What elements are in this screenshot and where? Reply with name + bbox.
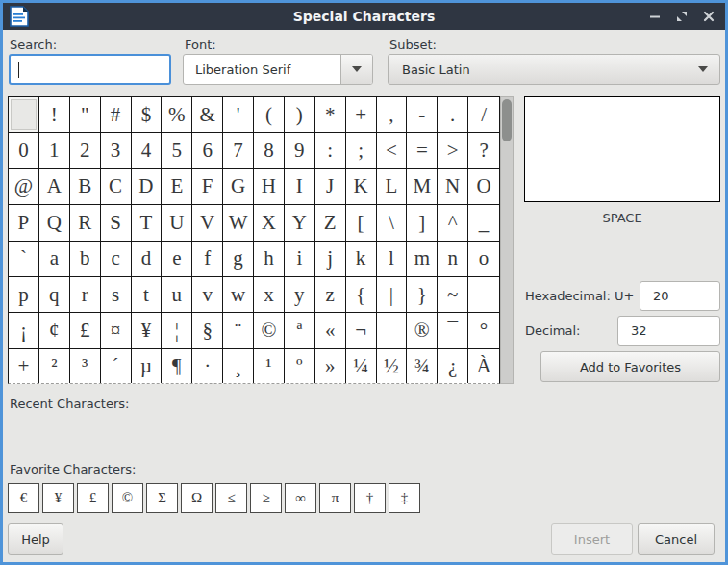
- char-cell[interactable]: G: [223, 169, 254, 205]
- char-cell[interactable]: \: [377, 205, 408, 241]
- char-cell[interactable]: /: [468, 97, 499, 133]
- char-cell[interactable]: £: [70, 313, 101, 348]
- char-cell[interactable]: W: [223, 205, 254, 241]
- char-cell[interactable]: n: [438, 242, 468, 277]
- subset-dropdown[interactable]: Basic Latin: [388, 54, 720, 85]
- char-cell[interactable]: j: [315, 242, 346, 277]
- hexadecimal-input[interactable]: 20: [640, 281, 720, 311]
- char-cell[interactable]: %: [162, 97, 192, 133]
- char-cell[interactable]: .: [438, 97, 468, 133]
- char-cell[interactable]: k: [346, 242, 377, 277]
- font-dropdown-button[interactable]: [340, 55, 372, 84]
- char-cell[interactable]: S: [101, 205, 132, 241]
- char-cell[interactable]: Y: [285, 205, 315, 241]
- char-cell[interactable]: <: [377, 133, 408, 168]
- char-cell[interactable]: #: [101, 97, 132, 133]
- char-cell[interactable]: ³: [70, 349, 101, 384]
- char-cell[interactable]: ¡: [9, 313, 39, 348]
- char-cell[interactable]: 4: [132, 133, 163, 168]
- char-cell[interactable]: [: [346, 205, 377, 241]
- char-cell[interactable]: w: [223, 277, 254, 313]
- char-cell[interactable]: i: [285, 242, 315, 277]
- char-cell[interactable]: ¬: [346, 313, 377, 348]
- char-cell[interactable]: ¥: [132, 313, 163, 348]
- char-cell[interactable]: R: [70, 205, 101, 241]
- char-cell[interactable]: ®: [407, 313, 438, 348]
- favorite-char-cell[interactable]: £: [77, 483, 109, 513]
- char-cell[interactable]: ª: [285, 313, 315, 348]
- char-cell[interactable]: c: [101, 242, 132, 277]
- char-cell[interactable]: 2: [70, 133, 101, 168]
- char-cell[interactable]: ]: [407, 205, 438, 241]
- char-cell[interactable]: ±: [9, 349, 39, 384]
- char-cell[interactable]: F: [192, 169, 223, 205]
- char-cell[interactable]: q: [39, 277, 70, 313]
- char-cell[interactable]: Z: [315, 205, 346, 241]
- char-cell[interactable]: y: [285, 277, 315, 313]
- char-cell[interactable]: f: [192, 242, 223, 277]
- char-cell[interactable]: @: [9, 169, 39, 205]
- char-cell[interactable]: ,: [377, 97, 408, 133]
- char-cell[interactable]: ^: [438, 205, 468, 241]
- favorite-char-cell[interactable]: Ω: [181, 483, 213, 513]
- search-input[interactable]: [9, 54, 171, 85]
- char-cell[interactable]: M: [407, 169, 438, 205]
- char-cell[interactable]: H: [254, 169, 285, 205]
- char-cell[interactable]: g: [223, 242, 254, 277]
- favorite-char-cell[interactable]: ‡: [389, 483, 420, 513]
- char-cell[interactable]: :: [315, 133, 346, 168]
- char-cell[interactable]: A: [39, 169, 70, 205]
- char-cell[interactable]: ¤: [101, 313, 132, 348]
- char-cell[interactable]: (: [254, 97, 285, 133]
- char-cell[interactable]: E: [162, 169, 192, 205]
- char-cell[interactable]: D: [132, 169, 163, 205]
- char-cell[interactable]: ': [223, 97, 254, 133]
- char-cell[interactable]: ¢: [39, 313, 70, 348]
- char-cell[interactable]: K: [346, 169, 377, 205]
- char-cell[interactable]: {: [346, 277, 377, 313]
- char-cell[interactable]: s: [101, 277, 132, 313]
- char-cell[interactable]: ½: [377, 349, 408, 384]
- char-cell[interactable]: ¸: [223, 349, 254, 384]
- favorite-char-cell[interactable]: Σ: [146, 483, 178, 513]
- char-cell[interactable]: *: [315, 97, 346, 133]
- char-cell[interactable]: V: [192, 205, 223, 241]
- char-cell[interactable]: r: [70, 277, 101, 313]
- favorite-char-cell[interactable]: ¥: [42, 483, 74, 513]
- char-cell[interactable]: C: [101, 169, 132, 205]
- char-cell[interactable]: ": [70, 97, 101, 133]
- char-cell[interactable]: 6: [192, 133, 223, 168]
- char-cell[interactable]: 8: [254, 133, 285, 168]
- favorite-char-cell[interactable]: †: [354, 483, 386, 513]
- char-cell[interactable]: N: [438, 169, 468, 205]
- char-cell[interactable]: »: [315, 349, 346, 384]
- char-cell[interactable]: 7: [223, 133, 254, 168]
- char-cell[interactable]: ©: [254, 313, 285, 348]
- char-cell[interactable]: 9: [285, 133, 315, 168]
- char-cell[interactable]: [9, 97, 39, 133]
- char-cell[interactable]: |: [377, 277, 408, 313]
- char-cell[interactable]: O: [468, 169, 499, 205]
- char-cell[interactable]: J: [315, 169, 346, 205]
- char-cell[interactable]: u: [162, 277, 192, 313]
- add-to-favorites-button[interactable]: Add to Favorites: [540, 351, 720, 382]
- char-cell[interactable]: -: [407, 97, 438, 133]
- char-cell[interactable]: p: [9, 277, 39, 313]
- char-cell[interactable]: b: [70, 242, 101, 277]
- char-cell[interactable]: ¾: [407, 349, 438, 384]
- char-cell[interactable]: a: [39, 242, 70, 277]
- char-cell[interactable]: t: [132, 277, 163, 313]
- favorite-char-cell[interactable]: ≥: [250, 483, 282, 513]
- char-cell[interactable]: ?: [468, 133, 499, 168]
- char-cell[interactable]: z: [315, 277, 346, 313]
- grid-scrollbar[interactable]: [500, 96, 514, 384]
- char-cell[interactable]: °: [468, 313, 499, 348]
- char-cell[interactable]: v: [192, 277, 223, 313]
- char-cell[interactable]: ): [285, 97, 315, 133]
- char-cell[interactable]: ~: [438, 277, 468, 313]
- font-dropdown[interactable]: Liberation Serif: [183, 54, 373, 85]
- char-cell[interactable]: L: [377, 169, 408, 205]
- favorite-char-cell[interactable]: ©: [112, 483, 143, 513]
- char-cell[interactable]: ¹: [254, 349, 285, 384]
- char-cell[interactable]: `: [9, 242, 39, 277]
